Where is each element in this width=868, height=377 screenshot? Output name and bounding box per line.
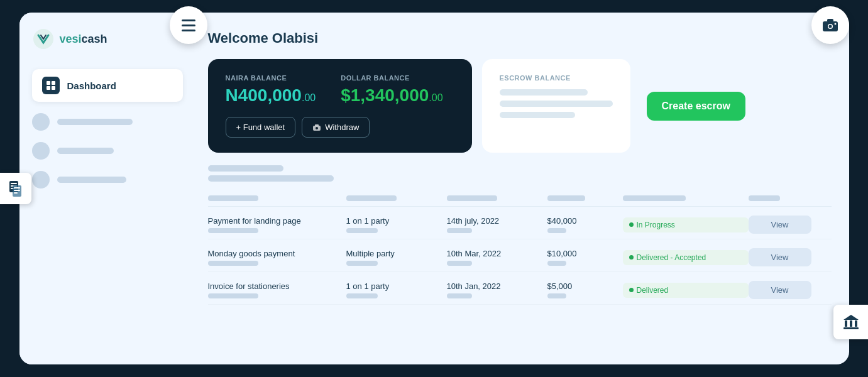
td-amount-2: $10,000 [547, 249, 623, 266]
td-amount-3: $5,000 [547, 281, 623, 298]
table-row: Monday goods payment Multiple party 10th… [208, 239, 832, 272]
status-badge-2: Delivered - Accepted [623, 250, 749, 265]
sidebar-item-dashboard[interactable]: Dashboard [32, 69, 183, 102]
th-party [346, 195, 447, 201]
transactions-section: Payment for landing page 1 on 1 party 14… [208, 165, 832, 352]
td-party-3: 1 on 1 party [346, 281, 447, 298]
section-skeleton-header [208, 165, 832, 182]
table-header-row [208, 190, 832, 207]
svg-rect-21 [47, 86, 50, 90]
svg-rect-20 [52, 81, 55, 85]
welcome-title: Welcome Olabisi [208, 30, 832, 46]
logo: vesicash [32, 28, 183, 50]
th-bar-3 [447, 195, 497, 201]
view-button-2[interactable]: View [749, 248, 811, 266]
document-float-button[interactable] [0, 173, 31, 204]
status-text-3: Delivered [637, 286, 669, 295]
td-sub-4 [547, 228, 566, 233]
th-action [749, 195, 811, 201]
svg-rect-15 [850, 320, 852, 327]
naira-amount: N400,000.00 [226, 85, 316, 106]
td-amount-1: $40,000 [547, 216, 623, 233]
th-bar-1 [208, 195, 258, 201]
eskel-bar-2 [500, 101, 613, 107]
sidebar-skel-row-2 [32, 142, 183, 160]
td-party-2: Multiple party [346, 249, 447, 266]
td-text-date-1: 14th july, 2022 [447, 216, 547, 226]
skel-circle-3 [32, 171, 50, 188]
camera-icon [821, 18, 839, 33]
skel-circle-2 [32, 142, 50, 160]
skel-bar-2 [57, 148, 114, 154]
status-badge-1: In Progress [623, 217, 749, 232]
td-sub-5 [208, 261, 258, 266]
td-sub-10 [346, 293, 378, 298]
td-sub-12 [547, 293, 566, 298]
dollar-balance-section: DOLLAR BALANCE $1,340,000.00 [341, 74, 442, 106]
balance-row: NAIRA BALANCE N400,000.00 DOLLAR BALANCE… [208, 59, 832, 153]
svg-rect-11 [14, 190, 20, 191]
status-text-1: In Progress [637, 221, 675, 229]
status-badge-3: Delivered [623, 283, 749, 298]
td-sub-8 [547, 261, 566, 266]
top-menu-button[interactable] [170, 6, 207, 44]
td-sub-1 [208, 228, 258, 233]
sidebar-skel-row-1 [32, 113, 183, 131]
td-sub-7 [447, 261, 472, 266]
th-bar-6 [749, 195, 780, 201]
dollar-amount: $1,340,000.00 [341, 85, 442, 106]
skel-bar-1 [57, 119, 133, 125]
balances-grid: NAIRA BALANCE N400,000.00 DOLLAR BALANCE… [226, 74, 454, 106]
td-text-description-1: Payment for landing page [208, 216, 346, 226]
th-status [623, 195, 749, 201]
td-sub-11 [447, 293, 472, 298]
td-sub-9 [208, 293, 258, 298]
td-party-1: 1 on 1 party [346, 216, 447, 233]
section-skel-1 [208, 165, 283, 172]
svg-point-4 [835, 23, 837, 25]
td-sub-2 [346, 228, 378, 233]
hamburger-icon [182, 19, 195, 31]
view-button-3[interactable]: View [749, 281, 811, 299]
status-dot-1 [629, 222, 634, 227]
td-status-1: In Progress [623, 217, 749, 232]
td-description-3: Invoice for stationeries [208, 281, 346, 298]
td-date-2: 10th Mar, 2022 [447, 249, 547, 266]
main-content: Welcome Olabisi NAIRA BALANCE N400,000.0… [195, 13, 849, 364]
status-dot-3 [629, 288, 634, 292]
td-text-date-2: 10th Mar, 2022 [447, 249, 547, 258]
svg-rect-14 [845, 320, 847, 327]
table-row: Payment for landing page 1 on 1 party 14… [208, 207, 832, 239]
camera-button[interactable] [811, 6, 849, 44]
svg-rect-10 [14, 187, 20, 188]
td-date-1: 14th july, 2022 [447, 216, 547, 233]
sidebar-skeleton [32, 113, 183, 188]
eskel-bar-1 [500, 89, 588, 96]
th-bar-5 [623, 195, 686, 201]
th-amount [547, 195, 623, 201]
td-text-description-2: Monday goods payment [208, 249, 346, 258]
create-escrow-button[interactable]: Create escrow [647, 92, 745, 121]
th-bar-2 [346, 195, 397, 201]
logo-icon [32, 28, 55, 50]
table-row: Invoice for stationeries 1 on 1 party 10… [208, 272, 832, 305]
th-bar-4 [547, 195, 585, 201]
svg-rect-19 [47, 81, 50, 85]
td-action-3: View [749, 281, 811, 299]
td-date-3: 10th Jan, 2022 [447, 281, 547, 298]
fund-wallet-button[interactable]: + Fund wallet [226, 117, 296, 138]
td-action-2: View [749, 248, 811, 266]
td-action-1: View [749, 216, 811, 234]
withdraw-button[interactable]: Withdraw [302, 117, 370, 138]
td-status-2: Delivered - Accepted [623, 250, 749, 265]
naira-balance-section: NAIRA BALANCE N400,000.00 [226, 74, 316, 106]
dark-balance-card: NAIRA BALANCE N400,000.00 DOLLAR BALANCE… [208, 59, 472, 153]
naira-label: NAIRA BALANCE [226, 74, 316, 82]
status-text-2: Delivered - Accepted [637, 253, 706, 262]
svg-rect-6 [11, 183, 17, 184]
card-actions: + Fund wallet Withdraw [226, 117, 454, 138]
td-text-amount-3: $5,000 [547, 281, 623, 291]
sidebar-item-label-dashboard: Dashboard [67, 80, 116, 91]
view-button-1[interactable]: View [749, 216, 811, 234]
bank-float-button[interactable] [833, 305, 868, 339]
